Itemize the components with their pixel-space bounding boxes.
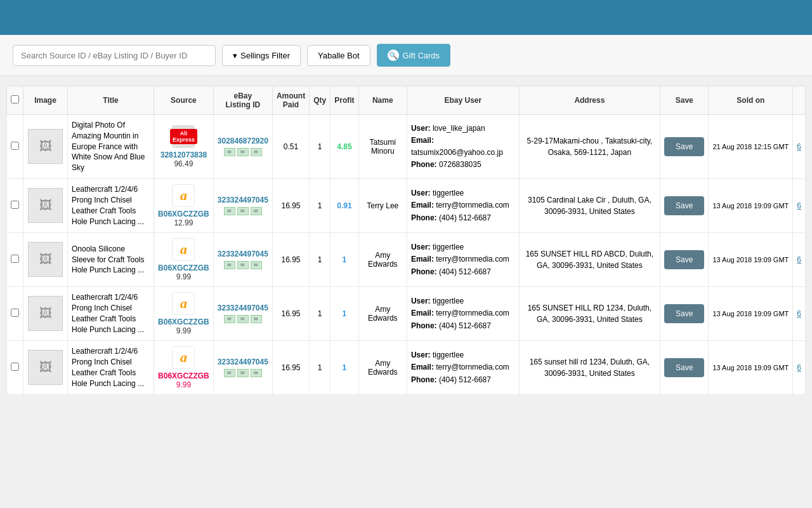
extra-link[interactable]: 6 bbox=[797, 363, 801, 372]
row-extra[interactable]: 6 bbox=[793, 115, 806, 179]
row-ebay-listing: 323324497045✉✉✉ bbox=[213, 232, 272, 286]
email-icon[interactable]: ✉ bbox=[224, 207, 235, 215]
ebay-username: tiggertlee bbox=[433, 189, 464, 197]
source-id-link[interactable]: B06XGCZZGB bbox=[158, 371, 209, 380]
main-content: Image Title Source eBayListing ID Amount… bbox=[0, 76, 812, 404]
row-checkbox[interactable] bbox=[11, 142, 19, 150]
email-icon[interactable]: ✉ bbox=[251, 148, 262, 156]
profit-value: 1 bbox=[343, 255, 347, 264]
source-price: 9.99 bbox=[176, 272, 191, 281]
row-image-cell bbox=[23, 232, 68, 286]
row-name: Terry Lee bbox=[358, 178, 407, 232]
email-icon[interactable]: ✉ bbox=[237, 261, 249, 269]
save-button[interactable]: Save bbox=[664, 358, 704, 377]
extra-link[interactable]: 6 bbox=[797, 309, 801, 318]
row-checkbox[interactable] bbox=[11, 363, 19, 371]
row-ebay-user: User: tiggertleeEmail: terry@tornmedia.c… bbox=[407, 340, 519, 394]
ebay-listing-link[interactable]: 302846872920 bbox=[218, 137, 268, 145]
col-amount-paid: AmountPaid bbox=[272, 86, 309, 115]
save-button[interactable]: Save bbox=[664, 304, 704, 323]
col-title: Title bbox=[68, 86, 154, 115]
email-icons: ✉✉✉ bbox=[218, 315, 268, 323]
row-amount-paid: 16.95 bbox=[272, 286, 309, 340]
row-sold-on: 13 Aug 2018 19:09 GMT bbox=[709, 340, 793, 394]
row-checkbox[interactable] bbox=[11, 201, 19, 209]
ebay-listing-link[interactable]: 323324497045 bbox=[218, 304, 268, 312]
user-label: User: bbox=[411, 297, 431, 305]
select-all-checkbox[interactable] bbox=[11, 95, 19, 104]
search-input[interactable] bbox=[13, 45, 216, 66]
save-button[interactable]: Save bbox=[664, 250, 704, 269]
row-name: Tatsumi Minoru bbox=[358, 115, 407, 179]
email-icon[interactable]: ✉ bbox=[237, 369, 249, 377]
row-amount-paid: 16.95 bbox=[272, 178, 309, 232]
product-image bbox=[28, 350, 63, 385]
email-label: Email: bbox=[411, 309, 434, 318]
source-id-link[interactable]: 32812073838 bbox=[160, 150, 207, 159]
row-amount-paid: 0.51 bbox=[272, 115, 309, 179]
email-icon[interactable]: ✉ bbox=[237, 207, 249, 215]
email-icon[interactable]: ✉ bbox=[251, 207, 262, 215]
ebay-phone: (404) 512-6687 bbox=[439, 321, 491, 330]
row-name: Amy Edwards bbox=[358, 232, 407, 286]
ebay-email: terry@tornmedia.com bbox=[436, 201, 509, 210]
row-extra[interactable]: 6 bbox=[793, 232, 806, 286]
gift-cards-button[interactable]: 🔍 Gift Cards bbox=[377, 44, 451, 67]
email-icons: ✉✉✉ bbox=[218, 261, 268, 269]
row-image-cell bbox=[23, 340, 68, 394]
email-icon[interactable]: ✉ bbox=[251, 261, 262, 269]
email-icon[interactable]: ✉ bbox=[251, 315, 262, 323]
email-icon[interactable]: ✉ bbox=[224, 369, 235, 377]
col-profit: Profit bbox=[331, 86, 358, 115]
ebay-username: tiggertlee bbox=[433, 351, 464, 359]
ebay-username: tiggertlee bbox=[433, 297, 464, 305]
col-extra bbox=[793, 86, 806, 115]
profit-value: 1 bbox=[343, 309, 347, 318]
row-save-cell: Save bbox=[660, 178, 709, 232]
ebay-listing-link[interactable]: 323324497045 bbox=[218, 196, 268, 204]
row-qty: 1 bbox=[310, 286, 331, 340]
yaballe-bot-button[interactable]: Yaballe Bot bbox=[307, 45, 370, 66]
save-button[interactable]: Save bbox=[664, 196, 704, 215]
top-bar bbox=[0, 0, 812, 35]
ebay-listing-link[interactable]: 323324497045 bbox=[218, 358, 268, 366]
email-icon[interactable]: ✉ bbox=[237, 148, 249, 156]
row-profit: 0.91 bbox=[331, 178, 358, 232]
email-icon[interactable]: ✉ bbox=[224, 148, 235, 156]
ebay-listing-link[interactable]: 323324497045 bbox=[218, 250, 268, 258]
email-label: Email: bbox=[411, 136, 434, 145]
source-id-link[interactable]: B06XGCZZGB bbox=[158, 210, 209, 218]
row-sold-on: 13 Aug 2018 19:09 GMT bbox=[709, 286, 793, 340]
email-icon[interactable]: ✉ bbox=[224, 315, 235, 323]
extra-link[interactable]: 6 bbox=[797, 142, 801, 151]
email-icon[interactable]: ✉ bbox=[224, 261, 235, 269]
ebay-username: tiggertlee bbox=[433, 243, 464, 251]
row-extra[interactable]: 6 bbox=[793, 340, 806, 394]
source-id-link[interactable]: B06XGCZZGB bbox=[158, 318, 209, 326]
row-ebay-user: User: tiggertleeEmail: terry@tornmedia.c… bbox=[407, 178, 519, 232]
row-checkbox[interactable] bbox=[11, 255, 19, 263]
row-source: aB06XGCZZGB9.99 bbox=[154, 232, 214, 286]
yaballe-label: Yaballe Bot bbox=[318, 51, 360, 60]
amazon-logo: a bbox=[172, 184, 195, 207]
row-checkbox[interactable] bbox=[11, 309, 19, 317]
row-profit: 1 bbox=[331, 340, 358, 394]
ebay-phone: 0726838035 bbox=[439, 160, 481, 169]
source-id-link[interactable]: B06XGCZZGB bbox=[158, 264, 209, 272]
ebay-username: love_like_japan bbox=[433, 124, 485, 133]
row-extra[interactable]: 6 bbox=[793, 286, 806, 340]
toolbar: ▾ Sellings Filter Yaballe Bot 🔍 Gift Car… bbox=[0, 35, 812, 76]
col-qty: Qty bbox=[310, 86, 331, 115]
filter-button[interactable]: ▾ Sellings Filter bbox=[222, 45, 301, 66]
col-ebay-user: Ebay User bbox=[407, 86, 519, 115]
extra-link[interactable]: 6 bbox=[797, 255, 801, 264]
chevron-down-icon: ▾ bbox=[233, 51, 237, 60]
phone-label: Phone: bbox=[411, 321, 437, 330]
email-icon[interactable]: ✉ bbox=[237, 315, 249, 323]
extra-link[interactable]: 6 bbox=[797, 201, 801, 210]
email-label: Email: bbox=[411, 201, 434, 210]
save-button[interactable]: Save bbox=[664, 137, 704, 156]
row-extra[interactable]: 6 bbox=[793, 178, 806, 232]
phone-label: Phone: bbox=[411, 213, 437, 222]
email-icon[interactable]: ✉ bbox=[251, 369, 262, 377]
